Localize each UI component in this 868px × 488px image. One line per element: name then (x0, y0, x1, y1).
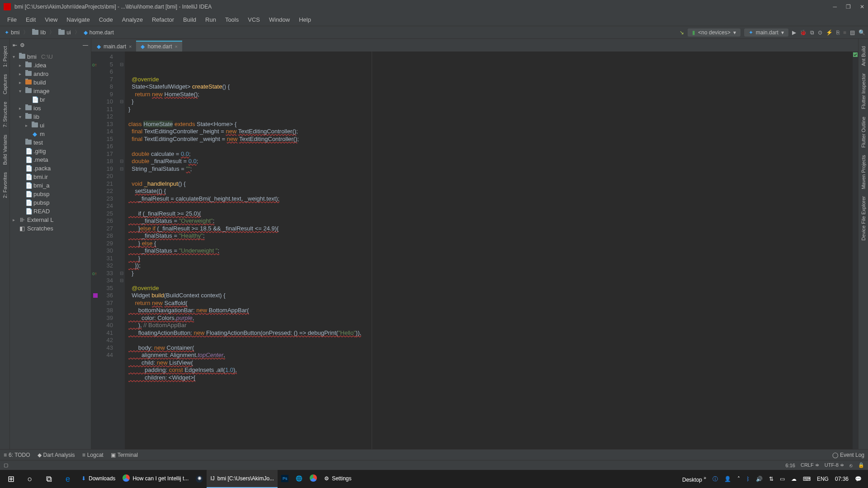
lock-icon[interactable]: 🔒 (858, 462, 864, 468)
context-icon[interactable]: ⎋ (849, 463, 853, 468)
coverage-button[interactable]: ⧉ (810, 29, 814, 36)
menu-window[interactable]: Window (265, 15, 293, 24)
tree-item[interactable]: ▾bmiC:\U (10, 52, 91, 61)
left-tab-favorites[interactable]: 2: Favorites (1, 169, 9, 202)
menu-vcs[interactable]: VCS (244, 15, 264, 24)
menu-analyze[interactable]: Analyze (118, 15, 146, 24)
menu-file[interactable]: File (4, 15, 20, 24)
volume-tray-icon[interactable]: 🔊 (756, 476, 763, 482)
device-selector[interactable]: ▮<no devices>▾ (688, 28, 740, 37)
settings-icon[interactable]: ⚙ (20, 42, 25, 48)
left-tab-captures[interactable]: Captures (1, 70, 9, 98)
taskbar-item[interactable]: ⚙Settings (321, 470, 355, 488)
menu-refactor[interactable]: Refactor (148, 15, 178, 24)
tree-item[interactable]: ◧Scratches (10, 224, 91, 233)
structure-button[interactable]: ▤ (850, 29, 855, 36)
network-tray-icon[interactable]: ⇅ (769, 476, 774, 482)
taskbar-item[interactable] (306, 470, 321, 488)
terminal-tab[interactable]: ▣ Terminal (111, 452, 138, 458)
crumb-ui[interactable]: ui (57, 28, 72, 37)
todo-tab[interactable]: ≡ 6: TODO (4, 452, 30, 458)
error-stripe[interactable] (853, 52, 858, 449)
right-tab-devicefileexplorer[interactable]: Device File Explorer (860, 192, 867, 244)
tray-chevron-icon[interactable]: ˄ (737, 476, 740, 482)
taskbar-item[interactable]: ⬇Downloads (78, 470, 119, 488)
tree-item[interactable]: ▸ios (10, 104, 91, 113)
taskbar-item[interactable]: ◉ (192, 470, 207, 488)
taskbar-item[interactable]: IJbmi [C:\Users\AkimJo... (207, 470, 278, 488)
logcat-tab[interactable]: ≡ Logcat (82, 452, 104, 458)
battery-tray-icon[interactable]: ▭ (780, 476, 785, 482)
left-tab-structure[interactable]: 7: Structure (1, 98, 9, 131)
taskbar-item[interactable]: Ps (278, 470, 292, 488)
menu-navigate[interactable]: Navigate (63, 15, 93, 24)
tree-item[interactable]: 📄READ (10, 207, 91, 216)
stop-button[interactable]: ■ (843, 29, 846, 36)
attach-button[interactable]: ⎘ (836, 29, 840, 36)
editor-tab-home-dart[interactable]: ◆home.dart× (136, 41, 182, 52)
right-tab-mavenprojects[interactable]: Maven Projects (860, 151, 867, 193)
tree-item[interactable]: ▾lib (10, 113, 91, 121)
tree-item[interactable]: 📄bmi.ir (10, 173, 91, 181)
edge-icon[interactable]: e (59, 470, 77, 488)
tree-item[interactable]: ▸build (10, 78, 91, 87)
notification-tray-icon[interactable]: 💬 (855, 476, 862, 482)
hide-icon[interactable]: — (83, 42, 88, 48)
tree-item[interactable]: 📄br (10, 95, 91, 104)
help-tray-icon[interactable]: ⓘ (712, 475, 718, 483)
show-windows-icon[interactable]: ▢ (4, 462, 8, 468)
event-log-button[interactable]: ◯ Event Log (832, 452, 864, 458)
close-button[interactable]: ✕ (860, 4, 864, 10)
caret-position[interactable]: 6:16 (786, 463, 795, 468)
task-view-button[interactable]: ⧉ (40, 470, 58, 488)
taskbar-item[interactable]: 🌐 (292, 470, 306, 488)
dart-analysis-tab[interactable]: ◆ Dart Analysis (38, 452, 75, 458)
keyboard-tray-icon[interactable]: ⌨ (803, 476, 811, 482)
menu-edit[interactable]: Edit (22, 15, 39, 24)
menu-build[interactable]: Build (179, 15, 200, 24)
run-config-selector[interactable]: ✦main.dart▾ (744, 28, 788, 37)
clock[interactable]: 07:36 (835, 476, 849, 482)
right-tab-flutterinspector[interactable]: Flutter Inspector (860, 70, 867, 113)
tree-item[interactable]: ▸⊪External L (10, 216, 91, 224)
minimize-button[interactable]: ─ (833, 4, 837, 10)
file-encoding[interactable]: UTF-8 ≑ (825, 462, 844, 468)
close-tab-icon[interactable]: × (129, 44, 132, 49)
tree-item[interactable]: 📄.gitig (10, 147, 91, 155)
editor-tab-main-dart[interactable]: ◆main.dart× (92, 41, 136, 52)
tree-item[interactable]: ◆m (10, 130, 91, 138)
start-button[interactable]: ⊞ (2, 470, 20, 488)
menu-tools[interactable]: Tools (222, 15, 242, 24)
crumb-file[interactable]: ◆home.dart (82, 28, 116, 37)
reload-button[interactable]: ⚡ (826, 29, 833, 36)
profile-button[interactable]: ⊙ (818, 29, 822, 36)
build-icon[interactable]: ↘ (679, 29, 684, 36)
onedrive-tray-icon[interactable]: ☁ (791, 476, 797, 482)
left-tab-project[interactable]: 1: Project (1, 42, 9, 70)
right-tab-flutteroutline[interactable]: Flutter Outline (860, 113, 867, 151)
tree-item[interactable]: 📄bmi_a (10, 181, 91, 190)
inspection-indicator[interactable] (853, 52, 858, 57)
menu-run[interactable]: Run (202, 15, 220, 24)
code-content[interactable]: @override State<StatefulWidget> createSt… (125, 52, 853, 449)
maximize-button[interactable]: ❐ (846, 4, 851, 10)
cortana-button[interactable]: ○ (21, 470, 39, 488)
people-tray-icon[interactable]: 👤 (724, 476, 731, 482)
run-button[interactable]: ▶ (792, 29, 796, 36)
bluetooth-tray-icon[interactable]: ᛒ (746, 476, 750, 482)
right-tab-antbuild[interactable]: Ant Build (860, 42, 867, 70)
tree-item[interactable]: 📄pubsp (10, 198, 91, 207)
taskbar-item[interactable]: How can I get Intellij t... (119, 470, 192, 488)
collapse-icon[interactable]: ⇤ (13, 42, 17, 48)
desktop-toolbar[interactable]: Desktop » (682, 475, 706, 483)
close-tab-icon[interactable]: × (175, 44, 178, 49)
line-separator[interactable]: CRLF ≑ (801, 462, 819, 468)
search-button[interactable]: 🔍 (859, 29, 865, 36)
debug-button[interactable]: 🐞 (800, 29, 807, 36)
tree-item[interactable]: ▸ui (10, 121, 91, 130)
menu-code[interactable]: Code (95, 15, 117, 24)
tree-item[interactable]: ▾image (10, 87, 91, 95)
tree-item[interactable]: ▸.idea (10, 61, 91, 70)
tree-item[interactable]: 📄pubsp (10, 190, 91, 198)
left-tab-buildvariants[interactable]: Build Variants (1, 131, 9, 169)
